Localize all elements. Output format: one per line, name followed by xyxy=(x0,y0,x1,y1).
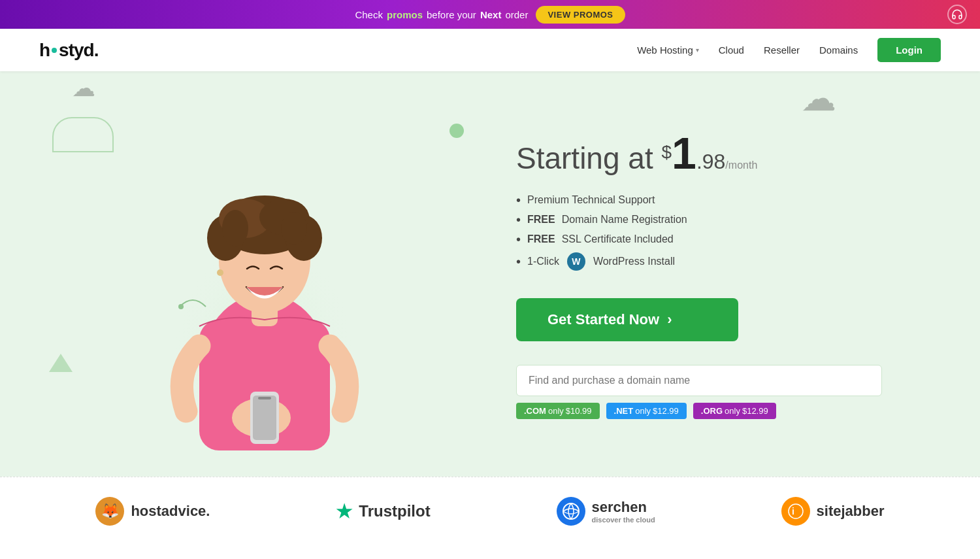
promo-check: Check xyxy=(355,9,383,20)
features-list: Premium Technical Support FREE Domain Na… xyxy=(516,194,941,277)
svg-rect-16 xyxy=(258,397,271,399)
login-button[interactable]: Login xyxy=(877,38,941,62)
logo-dot-1 xyxy=(52,48,57,53)
badge-com-ext: .COM xyxy=(524,406,546,416)
trust-logo-sitejabber: i sitejabber xyxy=(781,497,885,526)
nav-domains[interactable]: Domains xyxy=(819,44,858,56)
serchen-icon xyxy=(557,497,585,526)
svg-point-10 xyxy=(222,210,248,246)
domain-badge-net[interactable]: .NET only $12.99 xyxy=(606,403,687,419)
feature-support-text: Premium Technical Support xyxy=(527,194,655,206)
nav-reseller[interactable]: Reseller xyxy=(764,44,800,56)
view-promos-button[interactable]: VIEW PROMOS xyxy=(536,6,625,24)
svg-rect-15 xyxy=(253,396,276,440)
nav-cloud-label: Cloud xyxy=(719,44,744,56)
promo-post: order xyxy=(505,9,528,20)
svg-point-11 xyxy=(281,212,307,245)
feature-support: Premium Technical Support xyxy=(516,194,941,207)
svg-point-12 xyxy=(217,269,223,276)
svg-point-17 xyxy=(178,304,184,309)
triangle-decoration xyxy=(49,354,73,372)
badge-net-label: only xyxy=(635,406,651,416)
trustpilot-star-icon: ★ xyxy=(336,501,352,522)
domain-search-area: .COM only $10.99 .NET only $12.99 .ORG o… xyxy=(516,365,882,419)
feature-domain-bold: FREE xyxy=(527,214,555,226)
promo-bold-green: promos xyxy=(387,9,423,20)
promo-bold-white: Next xyxy=(480,9,502,20)
trust-logo-hostadvice: 🦊 hostadvice. xyxy=(95,497,210,526)
trustpilot-label: Trustpilot xyxy=(359,502,430,520)
trust-bar: 🦊 hostadvice. ★ Trustpilot serchen disco… xyxy=(0,477,980,545)
badge-org-ext: .ORG xyxy=(701,406,723,416)
price-cents: .98 xyxy=(696,150,725,173)
get-started-button[interactable]: Get Started Now › xyxy=(516,298,738,341)
feature-domain-text: Domain Name Registration xyxy=(562,214,687,226)
badge-net-ext: .NET xyxy=(614,406,634,416)
chevron-down-icon: ▾ xyxy=(696,46,699,54)
badge-net-price: $12.99 xyxy=(653,406,679,416)
hostadvice-icon: 🦊 xyxy=(95,497,124,526)
feature-wordpress: 1-Click W WordPress Install xyxy=(516,252,941,271)
hero-image-area xyxy=(0,97,490,450)
serchen-text-wrap: serchen discover the cloud xyxy=(592,499,655,524)
badge-org-price: $12.99 xyxy=(742,406,768,416)
badge-com-label: only xyxy=(548,406,564,416)
svg-point-18 xyxy=(563,503,579,519)
feature-wp-bold: 1-Click xyxy=(527,256,559,267)
nav-web-hosting[interactable]: Web Hosting ▾ xyxy=(637,44,699,56)
sitejabber-icon: i xyxy=(781,497,810,526)
logo-text-h: h xyxy=(39,40,50,61)
trust-logo-serchen: serchen discover the cloud xyxy=(557,497,655,526)
get-started-label: Get Started Now xyxy=(547,311,659,328)
nav-web-hosting-label: Web Hosting xyxy=(637,44,693,56)
logo-dots xyxy=(51,48,57,53)
logo-text-rest: styd. xyxy=(59,40,98,61)
nav-cloud[interactable]: Cloud xyxy=(719,44,744,56)
promo-text: Check promos before your Next order xyxy=(355,9,528,20)
svg-text:i: i xyxy=(792,506,794,517)
feature-domain: FREE Domain Name Registration xyxy=(516,213,941,226)
hero-content-area: Starting at $1.98/month Premium Technica… xyxy=(490,109,980,439)
price-dollar: $ xyxy=(661,142,672,162)
arrow-right-icon: › xyxy=(667,311,672,328)
svg-point-19 xyxy=(789,504,803,518)
feature-ssl-text: SSL Certificate Included xyxy=(562,233,674,245)
serchen-sub: discover the cloud xyxy=(592,516,655,524)
hero-person-image xyxy=(140,97,389,450)
feature-ssl: FREE SSL Certificate Included xyxy=(516,233,941,246)
price-integer: 1 xyxy=(672,128,696,178)
wordpress-icon: W xyxy=(567,252,585,271)
nav-links: Web Hosting ▾ Cloud Reseller Domains Log… xyxy=(637,38,941,62)
top-banner: Check promos before your Next order VIEW… xyxy=(0,0,980,29)
feature-wp-text: WordPress Install xyxy=(593,256,675,267)
feature-ssl-bold: FREE xyxy=(527,233,555,245)
sitejabber-label: sitejabber xyxy=(817,503,885,520)
badge-org-label: only xyxy=(725,406,740,416)
badge-com-price: $10.99 xyxy=(566,406,592,416)
domain-badges: .COM only $10.99 .NET only $12.99 .ORG o… xyxy=(516,403,882,419)
nav-reseller-label: Reseller xyxy=(764,44,800,56)
cloud-icon-large: ☁ xyxy=(801,78,836,119)
support-icon[interactable] xyxy=(947,5,967,24)
nav-domains-label: Domains xyxy=(819,44,858,56)
price-period: /month xyxy=(725,160,757,171)
price-heading: Starting at $1.98/month xyxy=(516,129,941,178)
domain-badge-org[interactable]: .ORG only $12.99 xyxy=(693,403,776,419)
promo-mid: before your xyxy=(427,9,476,20)
logo[interactable]: h styd. xyxy=(39,40,98,61)
price-prefix: Starting at xyxy=(516,141,653,175)
navbar: h styd. Web Hosting ▾ Cloud Reseller Dom… xyxy=(0,29,980,71)
serchen-label: serchen xyxy=(592,499,655,516)
circle-decoration xyxy=(449,124,464,138)
domain-search-input[interactable] xyxy=(516,365,882,396)
hero-section: ☁ ☁ xyxy=(0,71,980,477)
hostadvice-label: hostadvice. xyxy=(131,503,210,520)
domain-badge-com[interactable]: .COM only $10.99 xyxy=(516,403,600,419)
trust-logo-trustpilot: ★ Trustpilot xyxy=(336,501,430,522)
